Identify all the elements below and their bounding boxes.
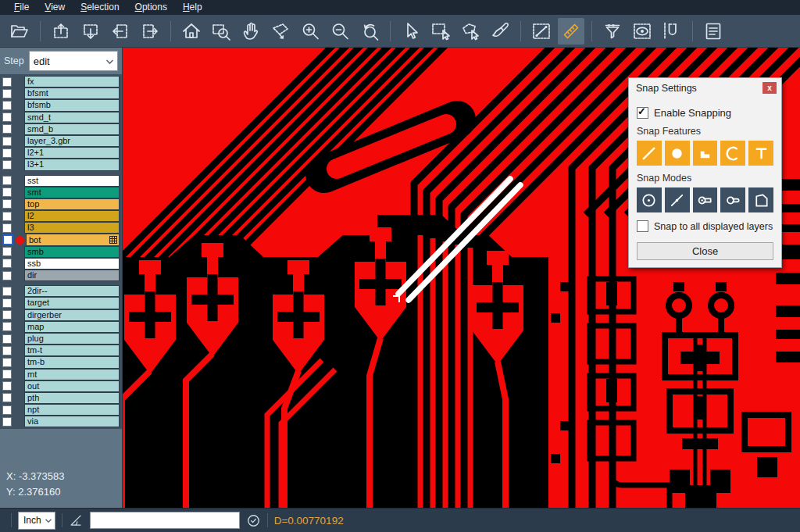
layer-visibility-checkbox[interactable] [2, 199, 12, 209]
menu-view[interactable]: View [37, 0, 73, 15]
mode-on-line-button[interactable] [665, 187, 690, 212]
all-layers-checkbox[interactable] [637, 220, 648, 232]
layer-name-field[interactable]: l2+1 [24, 147, 120, 159]
select-polygon-button[interactable] [457, 18, 484, 45]
layer-name-field[interactable]: sst [24, 175, 120, 187]
layer-row-2dir--[interactable]: 2dir-- [0, 285, 122, 297]
layer-name-field[interactable]: bfsmt [24, 87, 120, 99]
all-layers-row[interactable]: Snap to all displayed layers [637, 220, 773, 232]
menu-options[interactable]: Options [127, 0, 175, 15]
layer-row-bfsmt[interactable]: bfsmt [0, 87, 122, 99]
layer-name-field[interactable]: fx [24, 76, 120, 87]
zoom-area-button[interactable] [208, 18, 234, 45]
layer-row-l2+1[interactable]: l2+1 [0, 147, 122, 159]
layer-visibility-checkbox[interactable] [2, 405, 12, 415]
layer-visibility-checkbox[interactable] [2, 358, 12, 367]
angle-icon[interactable] [69, 513, 84, 528]
layer-name-field[interactable]: via [24, 416, 120, 427]
layer-row-top[interactable]: top [0, 198, 122, 210]
report-list-button[interactable] [700, 18, 727, 45]
layer-name-field[interactable]: smt [24, 187, 120, 198]
apply-check-icon[interactable] [246, 513, 261, 528]
layer-name-field[interactable]: dir [24, 270, 120, 281]
layer-name-field[interactable]: smd_t [24, 112, 120, 123]
enable-snapping-row[interactable]: Enable Snapping [637, 107, 773, 119]
select-arrow-button[interactable] [398, 18, 424, 45]
layer-visibility-checkbox[interactable] [2, 148, 12, 158]
measure-distance-button[interactable] [528, 18, 555, 45]
step-select[interactable]: edit [29, 51, 118, 71]
snap-text-button[interactable] [748, 141, 773, 166]
layer-row-via[interactable]: via [0, 416, 122, 427]
layer-visibility-checkbox[interactable] [2, 259, 12, 268]
layer-row-bfsmb[interactable]: bfsmb [0, 99, 122, 111]
filter-button[interactable] [599, 18, 626, 45]
snap-pad-button[interactable] [665, 141, 690, 166]
view-options-button[interactable] [629, 18, 655, 45]
layer-row-l2[interactable]: l2 [0, 210, 122, 222]
pan-right-button[interactable] [137, 18, 163, 45]
home-view-button[interactable] [178, 18, 205, 45]
mode-slot-button[interactable] [720, 187, 745, 212]
layer-row-tm-t[interactable]: tm-t [0, 345, 122, 356]
layer-name-field[interactable]: target [24, 297, 120, 309]
layer-name-field[interactable]: smd_b [24, 123, 120, 135]
layer-row-bot[interactable]: bot [0, 234, 122, 245]
layer-row-tm-b[interactable]: tm-b [0, 356, 122, 368]
layer-visibility-checkbox[interactable] [2, 393, 12, 402]
layer-visibility-checkbox[interactable] [2, 112, 12, 122]
layer-row-map[interactable]: map [0, 321, 122, 333]
menu-help[interactable]: Help [175, 0, 210, 15]
layer-visibility-checkbox[interactable] [2, 417, 12, 427]
layer-visibility-checkbox[interactable] [2, 212, 12, 221]
layer-visibility-checkbox[interactable] [2, 370, 12, 379]
snap-arc-button[interactable] [720, 141, 745, 166]
layer-name-field[interactable]: top [24, 198, 120, 210]
layer-name-field[interactable]: l2 [24, 210, 120, 222]
layer-name-field[interactable]: l3 [24, 222, 120, 234]
select-brush-button[interactable] [487, 18, 513, 45]
layer-row-pth[interactable]: pth [0, 392, 122, 404]
layer-row-target[interactable]: target [0, 297, 122, 309]
layer-row-smd_t[interactable]: smd_t [0, 112, 122, 123]
layer-name-field[interactable]: tm-b [24, 356, 120, 368]
layer-name-field[interactable]: l3+1 [24, 159, 120, 170]
pan-up-button[interactable] [48, 18, 74, 45]
layer-row-mt[interactable]: mt [0, 369, 122, 380]
layer-visibility-checkbox[interactable] [2, 298, 12, 308]
layer-name-field[interactable]: smb [24, 246, 120, 258]
layer-row-dirgerber[interactable]: dirgerber [0, 309, 122, 321]
units-select[interactable]: Inch [18, 512, 55, 530]
layer-name-field[interactable]: dirgerber [24, 309, 120, 321]
zoom-out-button[interactable] [327, 18, 353, 45]
layer-visibility-checkbox[interactable] [2, 160, 12, 170]
select-rectangle-button[interactable] [427, 18, 454, 45]
layer-visibility-checkbox[interactable] [2, 187, 12, 197]
layer-visibility-checkbox[interactable] [2, 89, 12, 98]
close-button[interactable]: Close [637, 242, 773, 260]
layer-row-fx[interactable]: fx [0, 76, 122, 87]
layer-name-field[interactable]: layer_3.gbr [24, 135, 120, 147]
layer-name-field[interactable]: map [24, 321, 120, 333]
grid-icon[interactable] [109, 236, 117, 244]
layer-row-ssb[interactable]: ssb [0, 258, 122, 270]
zoom-polygon-button[interactable] [267, 18, 294, 45]
layer-visibility-checkbox[interactable] [2, 176, 12, 185]
layer-row-layer_3.gbr[interactable]: layer_3.gbr [0, 135, 122, 147]
dialog-title-bar[interactable]: Snap Settings x [629, 78, 781, 98]
layer-visibility-checkbox[interactable] [2, 271, 12, 280]
layer-name-field[interactable]: 2dir-- [24, 285, 120, 297]
layer-visibility-checkbox[interactable] [2, 137, 12, 146]
layer-name-field[interactable]: npt [24, 404, 120, 416]
layer-visibility-checkbox[interactable] [2, 247, 12, 256]
zoom-previous-button[interactable] [356, 18, 383, 45]
layer-row-dir[interactable]: dir [0, 270, 122, 281]
menu-selection[interactable]: Selection [73, 0, 127, 15]
layer-visibility-checkbox[interactable] [2, 101, 12, 110]
layer-visibility-checkbox[interactable] [2, 234, 13, 245]
layer-visibility-checkbox[interactable] [2, 346, 12, 355]
layer-visibility-checkbox[interactable] [2, 77, 12, 87]
ruler-measure-button[interactable] [558, 18, 584, 45]
menu-file[interactable]: File [6, 0, 37, 15]
layer-visibility-checkbox[interactable] [2, 322, 12, 331]
